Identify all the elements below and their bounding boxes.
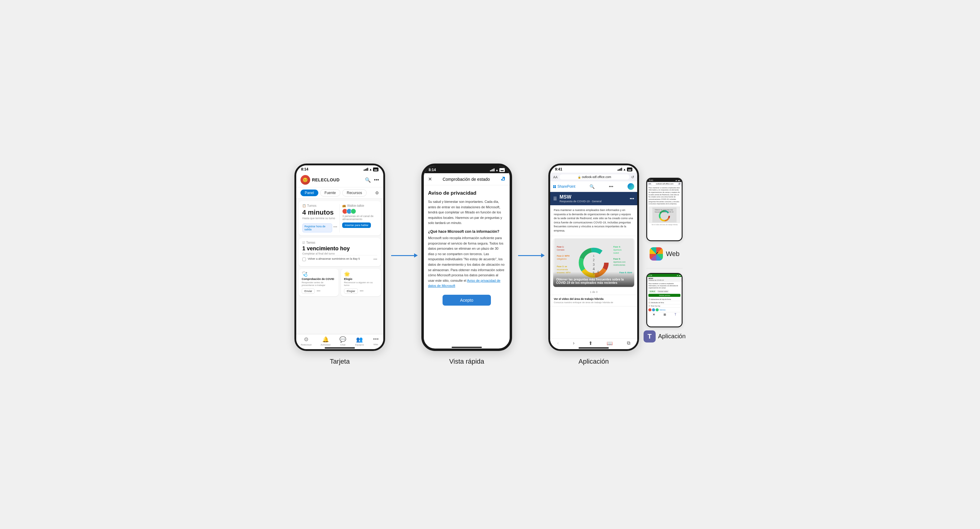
sb3 [492,169,493,171]
safari-icon [650,247,663,261]
ss-pagination: Ver el vídeo del área de trabajo híbrida [648,224,681,226]
signal-bar-3 [366,168,367,171]
elogiar-btn[interactable]: Elogiar [344,288,358,294]
phone-aplicacion: 9:41 ▲ ▬ AA 🔒 outlook-sdf.of [548,164,639,351]
walkie-section: 📻 Walkie-talkie 3 personas en el canal d… [339,204,377,233]
battery-icon-2: ▬ [500,168,505,172]
svg-text:Obtener las preguntas más: Obtener las preguntas más [655,209,673,211]
avatar-3 [351,209,356,214]
bookmarks-btn[interactable]: 📖 [607,340,613,346]
teams-text: Para mantener a nuestros empleados infor… [648,283,681,289]
teams-bottom-icons: ✕ ⊞ T [648,312,681,316]
teams-time-display: 2:34.3 Calcular salida [648,290,681,293]
nav-relecloud[interactable]: ⚙ Relecloud [301,336,312,346]
arrow-shape-1 [391,255,415,256]
svg-text:Apertura: Apertura [613,249,622,251]
nav-label-equipos: Equipos [355,343,364,346]
nav-equipos[interactable]: 👥 Equipos [355,336,364,346]
logo-section: 😊 RELECLOUD [301,175,340,185]
teams-icons: ▲ ▬ [676,274,681,276]
teams-breadcrumb: Solicitud de COVID-19 [648,279,681,281]
nav-label-mas: Más [374,343,378,346]
sp-search-icon[interactable]: 🔍 [589,184,595,189]
phone1-scrollable-content[interactable]: 📋 Turnos 4 minutos Hasta que termine su … [296,199,383,340]
ss-icons: ▲ ▬ [675,179,680,182]
teams-timer: 2:34.3 [648,290,656,293]
nav-mas[interactable]: ••• Más [373,336,379,346]
status-bar-1: 8:14 ▲ ▬ [296,165,383,173]
sb1 [490,170,491,171]
sb1-3 [617,170,619,171]
svg-text:suave: suave [613,252,619,254]
turnos-walkie-card: 📋 Turnos 4 minutos Hasta que termine su … [299,201,381,236]
msw-subtitle: Respuesta de COVID-19 · General [560,200,627,203]
external-link-icon[interactable] [501,176,506,182]
turnos-more-btn[interactable]: ••• [333,225,337,229]
browser-bar: AA 🔒 outlook-sdf.office.com ↺ [550,173,637,182]
article2-title: Ver el vídeo del área de trabajo híbrida [554,298,633,301]
covid-title: Comprobación de COVID [302,277,336,280]
modal-header: ✕ Comprobación de estado [424,173,510,185]
sb4-3 [621,168,622,171]
tareas-subtext: Completar al final del turno [302,252,377,255]
back-btn[interactable]: ‹ [557,340,558,346]
nav-label-relecloud: Relecloud [301,343,312,346]
registrar-btn[interactable]: Registrar hora de salida [302,223,332,233]
phone3-scrollable-content[interactable]: Para mantener a nuestros empleados bien … [550,205,637,341]
turnos-time: 4 minutos [302,209,337,217]
small-screenshot-app: 4:28 ▲ ▬ MSW · Solicitud de COVID-19 Par… [646,273,682,327]
teams-time: 4:28 [648,274,652,276]
wifi-icon-2: ▲ [495,168,498,172]
bottom-navigation-1: ⚙ Relecloud 🔔 Actividad 💬 Chat 👥 Equipos… [296,334,383,349]
tab-fuente[interactable]: Fuente [320,189,340,196]
share-btn[interactable]: ⬆ [589,340,592,346]
forward-btn[interactable]: › [573,340,574,346]
small-screenshot-web: 9:41 ▲ ▬ AA outlook-sdf.office.com ↺ Par… [646,178,682,241]
svg-text:4: 4 [593,267,595,271]
search-icon[interactable]: 🔍 [365,177,371,183]
svg-text:Apertura con: Apertura con [613,261,625,263]
signal-bar-2 [365,169,366,171]
tab-recursos[interactable]: Recursos [342,189,367,196]
dot4 [555,187,556,188]
arrow-2 [512,255,548,256]
insertar-btn[interactable]: Insertar para hablar [342,223,371,228]
nav-chat[interactable]: 💬 Chat [339,336,346,346]
text-size-icon[interactable]: AA [553,175,558,179]
elogio-icon: 🌟 [344,271,378,277]
sp-more-icon[interactable]: ••• [609,184,613,189]
dot3 [553,187,554,188]
covid-more-btn[interactable]: ••• [317,289,320,293]
turnos-section: 📋 Turnos 4 minutos Hasta que termine su … [302,204,337,233]
reload-icon[interactable]: ↺ [631,175,634,179]
more-icon[interactable]: ••• [374,177,379,183]
sharepoint-header: SharePoint 🔍 ••• [550,182,637,192]
equipos-icon: 👥 [356,336,363,343]
close-button[interactable]: ✕ [428,176,432,182]
sp-user-avatar[interactable] [628,183,634,190]
task-checkbox[interactable] [302,258,306,261]
walkie-label: 📻 Walkie-talkie [342,204,377,207]
tab-panel[interactable]: Panel [301,190,318,196]
sp-grid-icon [553,185,556,188]
status-icons-3: ▲ ▬ [617,167,632,171]
msw-main-title: MSW [560,194,627,200]
teams-solicitar-btn[interactable]: Solicitar permiso [648,294,681,297]
status-icons-2: ▲ ▬ [490,168,505,172]
signal-bar-1 [364,170,364,171]
ss-domain: outlook-sdf.office.com [652,183,678,185]
msw-menu-icon[interactable]: ☰ [553,196,557,201]
tabs-btn[interactable]: ⧉ [627,340,630,346]
filter-icon[interactable]: ⚙ [375,190,379,195]
enviar-btn[interactable]: Enviar [302,288,315,294]
msw-more-icon[interactable]: ••• [630,196,634,201]
nav-actividad[interactable]: 🔔 Actividad [321,336,330,346]
task-more-btn[interactable]: ••• [373,257,377,261]
accept-button[interactable]: Acepto [442,295,491,306]
t-av-3 [655,308,659,311]
home-indicator-1 [325,347,355,349]
elogio-more-btn[interactable]: ••• [360,289,364,293]
covid-chart-card: Fase 1: Cerrado Fase 2: WFH obligatorio … [553,239,634,287]
privacy-modal-content[interactable]: Aviso de privacidad Su salud y bienestar… [424,185,510,344]
header-icons: 🔍 ••• [365,177,379,183]
